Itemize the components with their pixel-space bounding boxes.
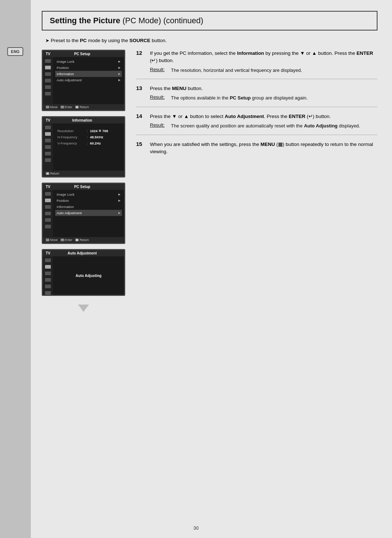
enter-icon: ↵ (61, 106, 64, 109)
tv-footer-3: ⬡ Move ↵ Enter ▦ Return (43, 237, 124, 243)
tv-screen-2: TV Information Resoluti (42, 116, 125, 178)
tv-label-3: TV (46, 185, 50, 189)
footer-enter: ↵ Enter (61, 105, 72, 109)
footer-move-label: Move (50, 105, 58, 109)
resolution-label: Resolution (57, 129, 85, 133)
tv-body-4: Auto Adjusting (43, 256, 124, 295)
main-content: Setting the Picture (PC Mode) (continued… (31, 0, 392, 538)
step-13-text: Press the MENU button. (150, 85, 203, 92)
resolution-value: 1024 ✕ 768 (90, 129, 108, 133)
page-title: Setting the Picture (PC Mode) (continued… (50, 16, 369, 25)
icon-3 (45, 72, 51, 76)
page-title-suffix: (PC Mode) (continued) (120, 16, 203, 25)
step-12-block: 12 If you get the PC information, select… (136, 50, 377, 79)
tv-screen-1: TV PC Setup Image Lock▶ (42, 50, 125, 111)
icon-3-6 (45, 225, 51, 228)
footer-return-label: Return (79, 105, 89, 109)
footer-return-label-2: Return (50, 172, 60, 175)
tv-menu-1: Image Lock▶ Position▶ Information▶ Auto … (53, 57, 124, 104)
icon-2 (45, 66, 51, 69)
footer-enter-label-3: Enter (65, 238, 72, 242)
return-icon-2: ▦ (46, 172, 49, 175)
tv-body-2: Resolution : 1024 ✕ 768 H-Frequency : 48… (43, 123, 124, 171)
vfreq-colon: : (87, 141, 88, 145)
icon-3-5 (45, 218, 51, 222)
auto-adjusting-text: Auto Adjusting (75, 274, 101, 278)
tv-body-3: Image Lock▶ Position▶ Information Auto A… (43, 190, 124, 237)
tv-label-2: TV (46, 118, 50, 122)
tv-screen-1-header: TV PC Setup (43, 51, 124, 57)
menu-row-information: Information▶ (55, 71, 122, 77)
icon-3-3 (45, 205, 51, 209)
icon-6 (45, 92, 51, 95)
eng-badge: ENG (7, 47, 23, 56)
icon-4-1 (45, 258, 51, 262)
menu-title-1: PC Setup (74, 52, 90, 56)
menu-title-3: PC Setup (74, 185, 90, 189)
menu-title-2: Information (72, 118, 92, 122)
menu-row-3-position: Position▶ (55, 197, 122, 204)
footer-move-label-3: Move (50, 238, 58, 242)
tv-menu-3: Image Lock▶ Position▶ Information Auto A… (53, 190, 124, 237)
two-col-layout: TV PC Setup Image Lock▶ (42, 50, 377, 312)
tv-label-1: TV (46, 52, 50, 56)
result-label-12: Result: (150, 67, 167, 74)
result-text-14: The screen quality and position are auto… (171, 122, 360, 130)
menu-row-3-image-lock: Image Lock▶ (55, 191, 122, 197)
return-icon-3: ▦ (75, 239, 79, 241)
enter-icon-3: ↵ (61, 239, 64, 241)
tv-label-4: TV (46, 251, 50, 255)
menu-row-3-auto: Auto Adjustment▶ (55, 210, 122, 216)
info-hfreq: H-Frequency : 48.5KHz (55, 134, 122, 140)
icon-2-3 (45, 139, 51, 142)
step-15-text: When you are satisfied with the settings… (150, 141, 377, 156)
step-12-result: Result: The resolution, horizontal and v… (136, 67, 377, 74)
footer-return-label-3: Return (79, 238, 89, 242)
screens-column: TV PC Setup Image Lock▶ (42, 50, 125, 312)
tv-screen-2-header: TV Information (43, 117, 124, 123)
hfreq-label: H-Frequency (57, 135, 85, 139)
step-15-header: 15 When you are satisfied with the setti… (136, 141, 377, 156)
tv-icons-2 (43, 123, 53, 171)
tv-icons-4 (43, 256, 53, 295)
step-13-block: 13 Press the MENU button. Result: The op… (136, 85, 377, 107)
tv-footer-2: ▦ Return (43, 171, 124, 176)
icon-4-3 (45, 272, 51, 275)
icon-1 (45, 59, 51, 63)
icon-3-1 (45, 192, 51, 196)
footer-return-2: ▦ Return (46, 172, 60, 175)
step-13-result: Result: The options available in the PC … (136, 94, 377, 102)
move-icon: ⬡ (46, 106, 49, 109)
result-label-13: Result: (150, 94, 167, 102)
result-text-12: The resolution, horizontal and vertical … (171, 67, 302, 74)
icon-2-1 (45, 126, 51, 129)
icon-4-6 (45, 291, 51, 295)
move-icon-3: ⬡ (46, 239, 49, 241)
step-14-block: 14 Press the ▼ or ▲ button to select Aut… (136, 113, 377, 135)
icon-2-5 (45, 152, 51, 155)
tv-icons-3 (43, 190, 53, 237)
bottom-arrow (78, 305, 89, 312)
step-14-text: Press the ▼ or ▲ button to select Auto A… (150, 113, 331, 120)
result-text-13: The options available in the PC Setup gr… (171, 94, 308, 102)
result-label-14: Result: (150, 122, 167, 130)
tv-screen-4: TV Auto Adjustment Auto Adjusting (42, 249, 125, 296)
vfreq-label: V-Frequency (57, 141, 85, 145)
tv-body-1: Image Lock▶ Position▶ Information▶ Auto … (43, 57, 124, 104)
hfreq-value: 48.5KHz (90, 135, 103, 139)
hfreq-colon: : (87, 135, 88, 139)
icon-5 (45, 85, 51, 89)
menu-row-position: Position▶ (55, 65, 122, 71)
footer-move: ⬡ Move (46, 105, 58, 109)
tv-auto-area: Auto Adjusting (53, 256, 124, 295)
instructions-column: 12 If you get the PC information, select… (136, 50, 377, 312)
tv-info-area: Resolution : 1024 ✕ 768 H-Frequency : 48… (53, 123, 124, 171)
icon-2-6 (45, 158, 51, 162)
step-13-header: 13 Press the MENU button. (136, 85, 377, 92)
step-15-block: 15 When you are satisfied with the setti… (136, 141, 377, 163)
icon-4 (45, 79, 51, 82)
step-13-number: 13 (136, 85, 145, 92)
icon-4-5 (45, 285, 51, 288)
icon-4-4 (45, 278, 51, 282)
icon-3-2 (45, 199, 51, 202)
